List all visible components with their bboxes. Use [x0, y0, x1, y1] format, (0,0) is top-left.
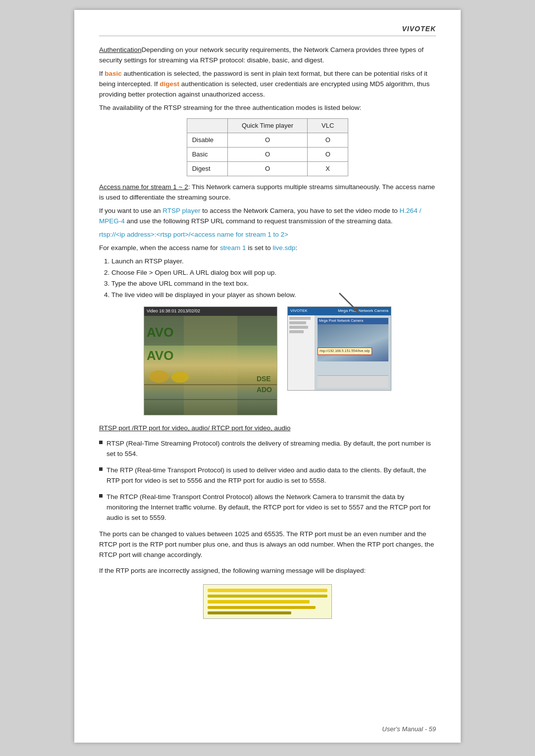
avo-label1: AVO — [147, 326, 173, 339]
sidebar-item — [289, 326, 308, 329]
warning-line-5 — [208, 611, 291, 614]
col-quicktime: Quick Time player — [228, 118, 308, 133]
bullet-icon-1 — [99, 441, 103, 444]
bullet-icon-3 — [99, 494, 103, 498]
bullet-text-2: The RTP (Real-time Transport Protocol) i… — [107, 465, 436, 486]
access-text2-end: and use the following RTSP URL command t… — [125, 217, 393, 225]
auth-label: Authentication — [99, 46, 142, 53]
bullet-item-2: The RTP (Real-time Transport Protocol) i… — [99, 465, 436, 486]
row-basic-vlc: O — [308, 147, 348, 161]
page-footer: User's Manual - 59 — [382, 725, 436, 733]
row-basic-label: Basic — [187, 147, 227, 161]
access-label: Access name for stream 1 ~ 2 — [99, 183, 188, 191]
page: VIVOTEK AuthenticationDepending on your … — [74, 10, 461, 743]
table-row: Basic O O — [187, 147, 348, 161]
video-timestamp: Video 16:38:01 2013/02/02 — [144, 307, 277, 316]
ports-para2: If the RTP ports are incorrectly assigne… — [99, 566, 436, 576]
sidebar-item — [289, 330, 304, 333]
steps-list: 1. Launch an RTSP player. 2. Choose File… — [104, 256, 436, 301]
status-bar — [318, 375, 388, 388]
app-main: Mega Pixel Network Camera rtsp://192.168… — [315, 315, 391, 391]
example-mid: is set to — [246, 244, 272, 252]
basic-paragraph: If basic authentication is selected, the… — [99, 69, 436, 100]
access-text2-pre: If you want to use an — [99, 207, 162, 214]
row-digest-label: Digest — [187, 161, 227, 176]
example-pre: For example, when the access name for — [99, 244, 220, 252]
bullet-item-3: The RTCP (Real-time Transport Control Pr… — [99, 492, 436, 523]
warning-line-3 — [208, 600, 310, 603]
col-vlc: VLC — [308, 118, 348, 133]
warning-image — [203, 584, 332, 619]
warning-line-1 — [208, 589, 327, 592]
example-end: : — [295, 244, 297, 252]
bullet-section: RTSP (Real-Time Streaming Protocol) cont… — [99, 439, 436, 523]
sidebar-item — [289, 321, 306, 324]
row-digest-vlc: X — [308, 161, 348, 176]
camera-feed-image: Video 16:38:01 2013/02/02 AVO AVO — [144, 306, 277, 415]
stream1-link: stream 1 — [220, 244, 246, 252]
rtsp-section-label: RTSP port /RTP port for video, audio/ RT… — [99, 423, 436, 434]
rtsp-url-overlay: rtsp://192.168.5.151:554/live.sdp — [318, 348, 372, 355]
rtsp-player-link: RTSP player — [162, 207, 200, 214]
access-para2: If you want to use an RTSP player to acc… — [99, 206, 436, 227]
table-row: Disable O O — [187, 133, 348, 147]
row-disable-label: Disable — [187, 133, 227, 147]
basic-word: basic — [105, 70, 122, 77]
images-row: Video 16:38:01 2013/02/02 AVO AVO — [99, 306, 436, 415]
bullet-text-3: The RTCP (Real-time Transport Control Pr… — [107, 492, 436, 523]
app-sidebar — [288, 315, 315, 391]
table-header-row: Quick Time player VLC — [187, 118, 348, 133]
step-1: 1. Launch an RTSP player. — [104, 256, 436, 267]
brand-name: VIVOTEK — [402, 25, 436, 33]
url-text: rtsp://<ip address>:<rtsp port>/<access … — [99, 231, 288, 238]
auth-intro: Depending on your network security requi… — [99, 46, 424, 64]
step-4: 4. The live video will be displayed in y… — [104, 290, 436, 301]
app-body: Mega Pixel Network Camera rtsp://192.168… — [288, 315, 391, 391]
col-empty — [187, 118, 227, 133]
warning-line-2 — [208, 595, 327, 598]
digest-word: digest — [160, 80, 179, 88]
video-preview — [318, 324, 388, 361]
avail-text: The availability of the RTSP streaming f… — [99, 103, 436, 113]
warning-line-4 — [208, 606, 316, 609]
avo-label2: AVO — [147, 346, 173, 365]
auth-table-wrapper: Quick Time player VLC Disable O O Basic … — [99, 118, 436, 177]
auth-table: Quick Time player VLC Disable O O Basic … — [187, 118, 349, 177]
rtsp-title: RTSP port /RTP port for video, audio/ RT… — [99, 424, 290, 432]
row-disable-vlc: O — [308, 133, 348, 147]
example-para: For example, when the access name for st… — [99, 243, 436, 253]
brand-top: VIVOTEK — [290, 308, 308, 314]
auth-paragraph: AuthenticationDepending on your network … — [99, 45, 436, 66]
live-sdp-link: live.sdp — [272, 244, 295, 252]
step-2: 2. Choose File > Open URL. A URL dialog … — [104, 268, 436, 278]
page-content: AuthenticationDepending on your network … — [99, 45, 436, 619]
page-header: VIVOTEK — [99, 25, 436, 36]
bullet-icon-2 — [99, 467, 103, 471]
access-para1: Access name for stream 1 ~ 2: This Netwo… — [99, 182, 436, 203]
arrow-icon — [329, 286, 369, 325]
ports-para1: The ports can be changed to values betwe… — [99, 529, 436, 560]
bullet-item-1: RTSP (Real-Time Streaming Protocol) cont… — [99, 439, 436, 459]
rtsp-url-line: rtsp://<ip address>:<rtsp port>/<access … — [99, 230, 436, 240]
page-number: User's Manual - 59 — [382, 725, 436, 733]
sidebar-item — [289, 317, 311, 320]
access-text2-mid: to access the Network Camera, you have t… — [200, 207, 399, 214]
dse-label: DSEADO — [257, 374, 272, 395]
basic-pre: If — [99, 70, 105, 77]
step-3: 3. Type the above URL command in the tex… — [104, 279, 436, 289]
table-row: Digest O X — [187, 161, 348, 176]
row-basic-qt: O — [228, 147, 308, 161]
warning-image-wrapper — [99, 584, 436, 619]
row-digest-qt: O — [228, 161, 308, 176]
bullet-text-1: RTSP (Real-Time Streaming Protocol) cont… — [107, 439, 436, 459]
video-content: AVO AVO DSEADO — [144, 316, 277, 415]
row-disable-qt: O — [228, 133, 308, 147]
